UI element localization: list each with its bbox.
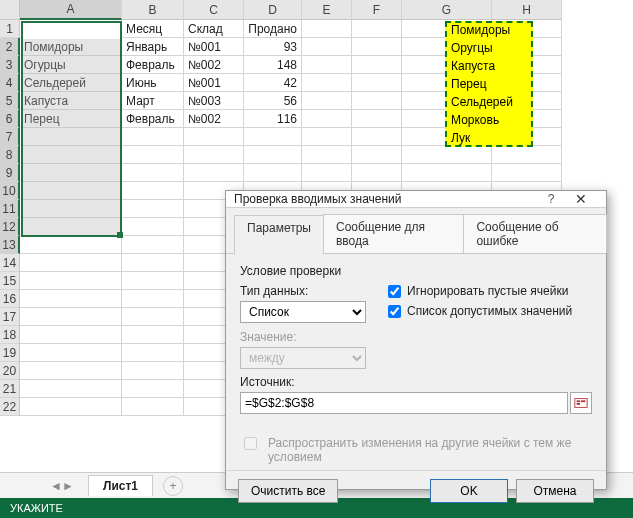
cell-F7[interactable] bbox=[352, 128, 402, 146]
cell-B20[interactable] bbox=[122, 362, 184, 380]
row-header-13[interactable]: 13 bbox=[0, 236, 20, 254]
cell-C7[interactable] bbox=[184, 128, 244, 146]
cell-A22[interactable] bbox=[20, 398, 122, 416]
cell-C9[interactable] bbox=[184, 164, 244, 182]
cell-A6[interactable]: Перец bbox=[20, 110, 122, 128]
in-cell-dropdown-checkbox[interactable]: Список допустимых значений bbox=[388, 304, 572, 318]
add-sheet-button[interactable]: + bbox=[163, 476, 183, 496]
cell-C3[interactable]: №002 bbox=[184, 56, 244, 74]
cell-A3[interactable]: Огурцы bbox=[20, 56, 122, 74]
col-header-G[interactable]: G bbox=[402, 0, 492, 20]
cell-A8[interactable] bbox=[20, 146, 122, 164]
cell-D3[interactable]: 148 bbox=[244, 56, 302, 74]
cell-C1[interactable]: Склад bbox=[184, 20, 244, 38]
row-header-15[interactable]: 15 bbox=[0, 272, 20, 290]
sheet-tab[interactable]: Лист1 bbox=[88, 475, 153, 496]
cell-A7[interactable] bbox=[20, 128, 122, 146]
col-header-B[interactable]: B bbox=[122, 0, 184, 20]
cell-E5[interactable] bbox=[302, 92, 352, 110]
cell-A16[interactable] bbox=[20, 290, 122, 308]
ignore-blank-input[interactable] bbox=[388, 285, 401, 298]
cell-B12[interactable] bbox=[122, 218, 184, 236]
row-header-19[interactable]: 19 bbox=[0, 344, 20, 362]
cell-D6[interactable]: 116 bbox=[244, 110, 302, 128]
cell-D2[interactable]: 93 bbox=[244, 38, 302, 56]
range-picker-button[interactable] bbox=[570, 392, 592, 414]
clear-all-button[interactable]: Очистить все bbox=[238, 479, 338, 503]
row-header-5[interactable]: 5 bbox=[0, 92, 20, 110]
row-header-1[interactable]: 1 bbox=[0, 20, 20, 38]
cell-B11[interactable] bbox=[122, 200, 184, 218]
cell-H4[interactable] bbox=[492, 74, 562, 92]
cell-G5[interactable] bbox=[402, 92, 492, 110]
cell-B1[interactable]: Месяц bbox=[122, 20, 184, 38]
cell-B2[interactable]: Январь bbox=[122, 38, 184, 56]
cell-H1[interactable] bbox=[492, 20, 562, 38]
cell-G7[interactable] bbox=[402, 128, 492, 146]
cell-B4[interactable]: Июнь bbox=[122, 74, 184, 92]
ok-button[interactable]: OK bbox=[430, 479, 508, 503]
cell-C6[interactable]: №002 bbox=[184, 110, 244, 128]
row-header-10[interactable]: 10 bbox=[0, 182, 20, 200]
row-header-21[interactable]: 21 bbox=[0, 380, 20, 398]
cell-H7[interactable] bbox=[492, 128, 562, 146]
cell-B8[interactable] bbox=[122, 146, 184, 164]
row-header-20[interactable]: 20 bbox=[0, 362, 20, 380]
type-select[interactable]: Список bbox=[240, 301, 366, 323]
cell-F9[interactable] bbox=[352, 164, 402, 182]
cell-E9[interactable] bbox=[302, 164, 352, 182]
nav-next-icon[interactable]: ► bbox=[62, 479, 72, 493]
cell-G2[interactable] bbox=[402, 38, 492, 56]
cell-A19[interactable] bbox=[20, 344, 122, 362]
cell-C4[interactable]: №001 bbox=[184, 74, 244, 92]
cell-D5[interactable]: 56 bbox=[244, 92, 302, 110]
nav-prev-icon[interactable]: ◄ bbox=[50, 479, 60, 493]
col-header-D[interactable]: D bbox=[244, 0, 302, 20]
cell-B15[interactable] bbox=[122, 272, 184, 290]
cell-C2[interactable]: №001 bbox=[184, 38, 244, 56]
cell-B7[interactable] bbox=[122, 128, 184, 146]
tab-error-message[interactable]: Сообщение об ошибке bbox=[463, 214, 607, 253]
row-header-11[interactable]: 11 bbox=[0, 200, 20, 218]
cell-A17[interactable] bbox=[20, 308, 122, 326]
row-header-4[interactable]: 4 bbox=[0, 74, 20, 92]
cell-E8[interactable] bbox=[302, 146, 352, 164]
cell-F8[interactable] bbox=[352, 146, 402, 164]
row-header-12[interactable]: 12 bbox=[0, 218, 20, 236]
select-all-corner[interactable] bbox=[0, 0, 20, 20]
cell-E4[interactable] bbox=[302, 74, 352, 92]
cell-F4[interactable] bbox=[352, 74, 402, 92]
help-icon[interactable]: ? bbox=[538, 192, 564, 206]
cell-D4[interactable]: 42 bbox=[244, 74, 302, 92]
cell-F2[interactable] bbox=[352, 38, 402, 56]
cell-A5[interactable]: Капуста bbox=[20, 92, 122, 110]
cell-A10[interactable] bbox=[20, 182, 122, 200]
cell-F1[interactable] bbox=[352, 20, 402, 38]
cell-E2[interactable] bbox=[302, 38, 352, 56]
cell-A18[interactable] bbox=[20, 326, 122, 344]
cell-H6[interactable] bbox=[492, 110, 562, 128]
row-header-18[interactable]: 18 bbox=[0, 326, 20, 344]
cell-H8[interactable] bbox=[492, 146, 562, 164]
close-icon[interactable]: ✕ bbox=[564, 191, 598, 207]
cell-D9[interactable] bbox=[244, 164, 302, 182]
cell-B10[interactable] bbox=[122, 182, 184, 200]
cell-H5[interactable] bbox=[492, 92, 562, 110]
cell-A15[interactable] bbox=[20, 272, 122, 290]
cell-C8[interactable] bbox=[184, 146, 244, 164]
cell-B21[interactable] bbox=[122, 380, 184, 398]
row-header-8[interactable]: 8 bbox=[0, 146, 20, 164]
row-header-9[interactable]: 9 bbox=[0, 164, 20, 182]
cell-A2[interactable]: Помидоры bbox=[20, 38, 122, 56]
cell-G3[interactable] bbox=[402, 56, 492, 74]
col-header-H[interactable]: H bbox=[492, 0, 562, 20]
cell-A11[interactable] bbox=[20, 200, 122, 218]
cell-H2[interactable] bbox=[492, 38, 562, 56]
cell-F3[interactable] bbox=[352, 56, 402, 74]
cell-D8[interactable] bbox=[244, 146, 302, 164]
cell-H3[interactable] bbox=[492, 56, 562, 74]
cell-E6[interactable] bbox=[302, 110, 352, 128]
cell-B16[interactable] bbox=[122, 290, 184, 308]
cell-A14[interactable] bbox=[20, 254, 122, 272]
cell-A20[interactable] bbox=[20, 362, 122, 380]
